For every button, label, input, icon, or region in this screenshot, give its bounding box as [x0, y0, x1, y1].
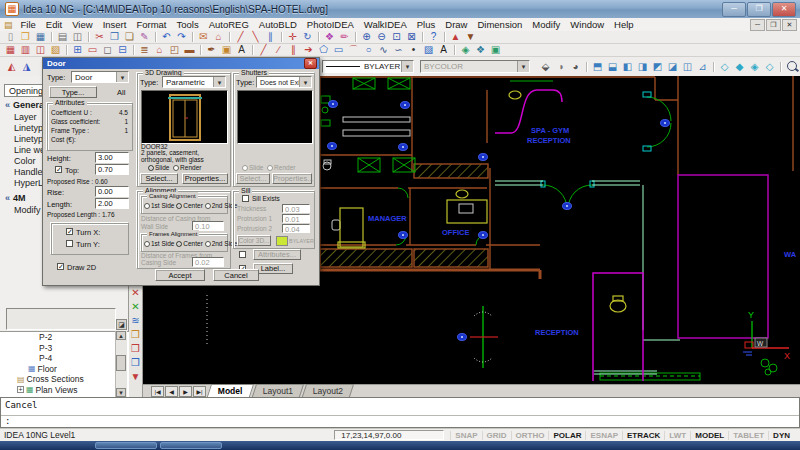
sill-exists-checkbox[interactable]	[242, 195, 249, 202]
select-button[interactable]: Select...	[140, 173, 178, 184]
frames-center-radio[interactable]	[176, 241, 182, 247]
toggle-grid[interactable]: GRID	[482, 431, 511, 440]
model-space-icon[interactable]: ◭	[5, 61, 18, 73]
tree-item-floor[interactable]: ▦Floor	[0, 364, 129, 375]
scroll-down-icon[interactable]: ▼	[116, 388, 126, 397]
render-settings-icon[interactable]: ⬙	[539, 61, 552, 73]
menu-window[interactable]: Window	[565, 19, 609, 30]
maximize-button[interactable]: ❐	[747, 2, 771, 17]
arc-icon[interactable]: ⌒	[347, 44, 360, 56]
frames-2nd-side-radio[interactable]	[205, 241, 211, 247]
menu-modify[interactable]: Modify	[527, 19, 565, 30]
paper-space-icon[interactable]: ◮	[20, 61, 33, 73]
etransmit-icon[interactable]: ✉	[197, 31, 210, 43]
level-down-icon[interactable]: ▼	[129, 371, 142, 383]
tree-scrollbar[interactable]: ▲ ▼	[115, 331, 127, 397]
mdi-minimize-button[interactable]: ─	[750, 19, 765, 31]
iso-se-icon[interactable]: ◈	[748, 61, 761, 73]
chevron-down-icon[interactable]	[299, 77, 311, 87]
menu-tools[interactable]: Tools	[171, 19, 203, 30]
wall-icon[interactable]: ▭	[86, 44, 99, 56]
minimize-button[interactable]: ─	[722, 2, 746, 17]
toggle-dyn[interactable]: DYN	[768, 431, 794, 440]
region-icon[interactable]: ◈	[459, 44, 472, 56]
draw-2d-checkbox[interactable]	[57, 263, 64, 270]
erase-red-icon[interactable]: ✕	[129, 287, 142, 299]
shade-icon[interactable]: ◑	[554, 61, 567, 73]
turn-y-checkbox[interactable]	[66, 240, 73, 247]
height-field[interactable]: 3.00	[95, 152, 129, 163]
move-down-icon[interactable]: ▼	[464, 31, 477, 43]
first-tab-button[interactable]: |◀	[151, 386, 164, 397]
slide-radio[interactable]	[148, 165, 154, 171]
rectangle-icon[interactable]: ▭	[332, 44, 345, 56]
open-icon[interactable]: ❒	[19, 31, 32, 43]
draw-ray-icon[interactable]: ∕	[272, 44, 285, 56]
tab-model[interactable]: Model	[207, 384, 254, 397]
menu-file[interactable]: File	[16, 19, 41, 30]
view-left-icon[interactable]: ◧	[621, 61, 634, 73]
print-preview-icon[interactable]: ◫	[71, 31, 84, 43]
toggle-ortho[interactable]: ORTHO	[511, 431, 549, 440]
command-input[interactable]: :	[1, 415, 799, 427]
attributes-checkbox[interactable]	[239, 251, 246, 258]
circle-icon[interactable]: ○	[362, 44, 375, 56]
pen-icon[interactable]: ✒	[205, 44, 218, 56]
top-checkbox[interactable]	[55, 166, 62, 173]
mdi-close-button[interactable]: ✕	[782, 19, 797, 31]
water-layers-icon[interactable]: ≋	[129, 315, 142, 327]
floor-manager-icon[interactable]: ❒	[129, 343, 142, 355]
length-field[interactable]: 2.00	[95, 198, 129, 209]
orbit-icon[interactable]: ↻	[301, 31, 314, 43]
close-button[interactable]: ✕	[772, 2, 796, 17]
menu-view[interactable]: View	[67, 19, 97, 30]
mdi-restore-button[interactable]: ❐	[766, 19, 781, 31]
toggle-lwt[interactable]: LWT	[664, 431, 690, 440]
tree-item-p-2[interactable]: P-2	[0, 332, 129, 343]
point-icon[interactable]: •	[407, 44, 420, 56]
taskbar-item[interactable]	[160, 442, 222, 449]
redo-icon[interactable]: ↷	[175, 31, 188, 43]
table-icon[interactable]: ▥	[19, 44, 32, 56]
toggle-model[interactable]: MODEL	[690, 431, 728, 440]
turn-x-checkbox[interactable]	[66, 228, 73, 235]
menu-edit[interactable]: Edit	[41, 19, 67, 30]
layout-cells-icon[interactable]: ◫	[34, 44, 47, 56]
floor-view-icon[interactable]: ❒	[129, 357, 142, 369]
text-icon[interactable]: A	[437, 44, 450, 56]
view-bottom-icon[interactable]: ⬓	[606, 61, 619, 73]
top-field[interactable]: 0.70	[95, 164, 129, 175]
shutters-type-combo[interactable]: Does not Exist	[256, 76, 312, 88]
tab-layout2[interactable]: Layout2	[302, 384, 354, 397]
draw-line-icon[interactable]: ╱	[257, 44, 270, 56]
cut-icon[interactable]: ✂	[93, 31, 106, 43]
menu-walkidea[interactable]: WalkIDEA	[359, 19, 412, 30]
double-line-icon[interactable]: ∥	[287, 44, 300, 56]
line-icon[interactable]: ╱	[234, 31, 247, 43]
drawing-3d-type-combo[interactable]: Parametric	[162, 76, 226, 88]
menu-insert[interactable]: Insert	[98, 19, 132, 30]
zoom-extents-icon[interactable]: ⊠	[405, 31, 418, 43]
tree-item-p-4[interactable]: P-4	[0, 353, 129, 364]
iso-ne-icon[interactable]: ◇	[718, 61, 731, 73]
materials-icon[interactable]: ◕	[569, 61, 582, 73]
cancel-button[interactable]: Cancel	[213, 269, 259, 281]
view-sw-iso-icon[interactable]: ◫	[681, 61, 694, 73]
tree-item-plan-views[interactable]: +▦Plan Views	[0, 385, 129, 396]
casing-2nd-side-radio[interactable]	[205, 203, 211, 209]
chevron-down-icon[interactable]	[213, 77, 225, 87]
taskbar-item[interactable]	[95, 442, 157, 449]
iso-sw-icon[interactable]: ◇	[763, 61, 776, 73]
menu-help[interactable]: Help	[609, 19, 639, 30]
hatch-icon[interactable]: ▧	[49, 44, 62, 56]
schedule-icon[interactable]: ▦	[4, 44, 17, 56]
label-button[interactable]: Label...	[253, 263, 293, 274]
tree-item-cross-sections[interactable]: ▤Cross Sections	[0, 374, 129, 385]
revision-cloud-icon[interactable]: ∽	[392, 44, 405, 56]
toggle-esnap[interactable]: ESNAP	[585, 431, 622, 440]
door-type-combo[interactable]: Door	[71, 71, 129, 83]
slab-icon[interactable]: ▬	[183, 44, 196, 56]
menu-dimension[interactable]: Dimension	[472, 19, 527, 30]
print-icon[interactable]: ▤	[56, 31, 69, 43]
view-right-icon[interactable]: ◨	[636, 61, 649, 73]
